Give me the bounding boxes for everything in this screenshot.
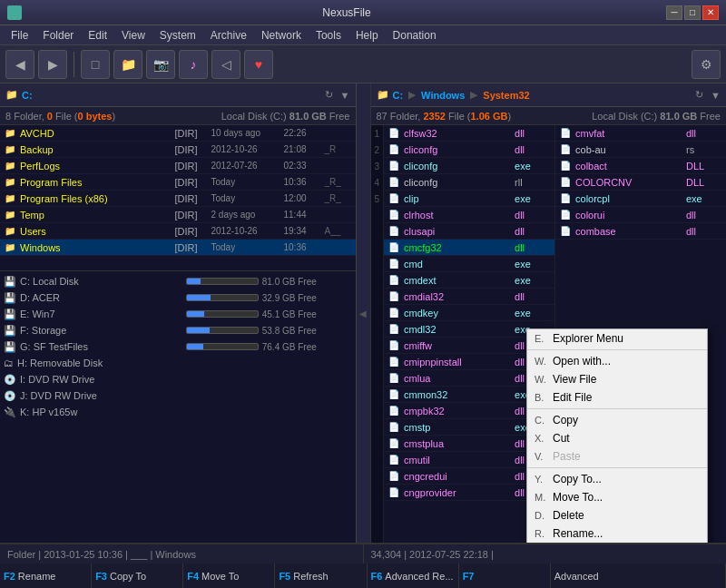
ctx-rename[interactable]: R. Rename... [527,524,707,543]
fn7-key[interactable]: F7 [459,564,551,588]
drive-item[interactable]: 💾 F: Storage 53.8 GB Free [0,322,356,338]
settings-button[interactable]: ⚙ [692,50,721,79]
ctx-copy-to[interactable]: Y. Copy To... [527,470,707,488]
menu-tools[interactable]: Tools [309,27,348,44]
menu-folder[interactable]: Folder [35,27,81,44]
ctx-key: W. [535,356,549,367]
disk-bar [186,310,259,318]
menu-network[interactable]: Network [254,27,309,44]
table-row[interactable]: 📄 clrhost dll [384,207,554,223]
file-attr: _R [325,144,352,154]
fn3-key[interactable]: F3 Copy To [92,564,183,588]
table-row[interactable]: 📄 cliconfg rll [384,174,554,191]
menu-help[interactable]: Help [348,27,386,44]
file-icon: 📄 [388,421,400,434]
left-refresh-icon[interactable]: ↻ [325,89,333,101]
left-address-icon: 📁 [5,89,18,101]
back2-button[interactable]: ◁ [211,50,240,79]
table-row[interactable]: 📄 colbact DLL [555,158,726,174]
fn5-key[interactable]: F5 Refresh [275,564,367,588]
table-row[interactable]: 📄 clip exe [384,191,554,207]
table-row[interactable]: 📄 cliconfg exe [384,158,554,174]
ctx-separator [527,467,707,468]
minimize-button[interactable]: ─ [666,5,682,20]
ctx-delete[interactable]: D. Delete [527,506,707,524]
drive-icon: 💾 [4,341,16,353]
table-row[interactable]: 📁 PerfLogs [DIR] 2012-07-26 02:33 [0,158,356,174]
table-row[interactable]: 📄 cmd exe [384,256,554,272]
ctx-move-to[interactable]: M. Move To... [527,488,707,506]
table-row[interactable]: 📄 COLORCNV DLL [555,174,726,191]
table-row[interactable]: 📄 cmdext exe [384,272,554,289]
ctx-open-with[interactable]: W. Open with... [527,352,707,370]
table-row[interactable]: 📄 combase dll [555,223,726,240]
table-row[interactable]: 📁 Program Files (x86) [DIR] Today 12:00 … [0,191,356,207]
favorite-button[interactable]: ♥ [244,50,273,79]
advanced-label: Advanced [554,571,599,582]
disk-bar [186,327,259,334]
left-menu-icon[interactable]: ▼ [340,90,350,101]
table-row[interactable]: 📁 Windows [DIR] Today 10:36 [0,240,356,256]
right-address-bar[interactable]: 📁 C: ▶ Windows ▶ System32 ↻ ▼ [371,83,727,107]
right-menu-icon[interactable]: ▼ [711,90,721,101]
ctx-cut[interactable]: X. Cut [527,429,707,447]
table-row[interactable]: 📄 cmdial32 dll [384,289,554,305]
fn6-key[interactable]: F6 Advanced Re... [368,564,459,588]
drive-item[interactable]: 💿 J: DVD RW Drive [0,387,356,404]
table-row[interactable]: 📁 Backup [DIR] 2012-10-26 21:08 _R [0,142,356,158]
drive-item[interactable]: 🗂 H: Removable Disk [0,355,356,371]
music-button[interactable]: ♪ [179,50,208,79]
folder-view-button[interactable]: □ [81,50,110,79]
file-icon: 📄 [559,127,572,140]
menu-edit[interactable]: Edit [81,27,114,44]
back-button[interactable]: ◀ [5,50,34,79]
new-folder-button[interactable]: 📁 [113,50,142,79]
drive-item[interactable]: 💾 E: Win7 45.1 GB Free [0,306,356,322]
table-row[interactable]: 📁 Temp [DIR] 2 days ago 11:44 [0,207,356,223]
file-icon: 📄 [559,176,572,189]
maximize-button[interactable]: □ [684,5,701,20]
drive-item[interactable]: 🔌 K: HP v165w [0,404,356,420]
fn2-key[interactable]: F2 Rename [0,564,92,588]
drive-item[interactable]: 💿 I: DVD RW Drive [0,371,356,387]
fn4-key[interactable]: F4 Move To [183,564,275,588]
drive-item[interactable]: 💾 D: ACER 32.9 GB Free [0,289,356,306]
table-row[interactable]: 📁 Program Files [DIR] Today 10:36 _R_ [0,174,356,191]
table-row[interactable]: 📁 Users [DIR] 2012-10-26 19:34 A__ [0,223,356,240]
ctx-key: D. [535,510,549,521]
drive-item[interactable]: 💾 C: Local Disk 81.0 GB Free [0,273,356,289]
ctx-copy[interactable]: C. Copy [527,411,707,429]
close-button[interactable]: ✕ [702,5,719,20]
menu-archive[interactable]: Archive [203,27,254,44]
file-time: 12:00 [284,193,325,203]
ctx-explorer-menu[interactable]: E. Explorer Menu [527,329,707,348]
ctx-separator [527,408,707,409]
menu-donation[interactable]: Donation [386,27,444,44]
table-row[interactable]: 📄 cob-au rs [555,142,726,158]
drive-item[interactable]: 💾 G: SF TestFiles 76.4 GB Free [0,338,356,355]
ctx-edit-file[interactable]: B. Edit File [527,388,707,407]
table-row[interactable]: 📄 clfsw32 dll [384,125,554,142]
right-refresh-icon[interactable]: ↻ [695,89,703,101]
table-row[interactable]: 📄 colorui dll [555,207,726,223]
ctx-paste[interactable]: V. Paste [527,447,707,466]
table-row[interactable]: 📄 cmvfat dll [555,125,726,142]
table-row[interactable]: 📄 clusapi dll [384,223,554,240]
table-row[interactable]: 📄 colorcpl exe [555,191,726,207]
screenshot-button[interactable]: 📷 [146,50,175,79]
table-row[interactable]: 📄 cmdkey exe [384,305,554,321]
ctx-label: Delete [553,509,584,522]
disk-bar [186,294,259,301]
left-address-bar[interactable]: 📁 C: ↻ ▼ [0,83,356,107]
ctx-view-file[interactable]: W. View File [527,370,707,388]
menu-view[interactable]: View [114,27,152,44]
table-row[interactable]: 📁 AVCHD [DIR] 10 days ago 22:26 [0,125,356,142]
ctx-key: E. [535,333,549,344]
advanced-key[interactable]: Advanced [551,564,726,588]
table-row[interactable]: 📄 cliconfg dll [384,142,554,158]
table-row[interactable]: 📄 cmcfg32 dll [384,240,554,256]
menu-system[interactable]: System [152,27,203,44]
forward-button[interactable]: ▶ [38,50,67,79]
ctx-key: C. [535,415,549,426]
menu-file[interactable]: File [4,27,35,44]
